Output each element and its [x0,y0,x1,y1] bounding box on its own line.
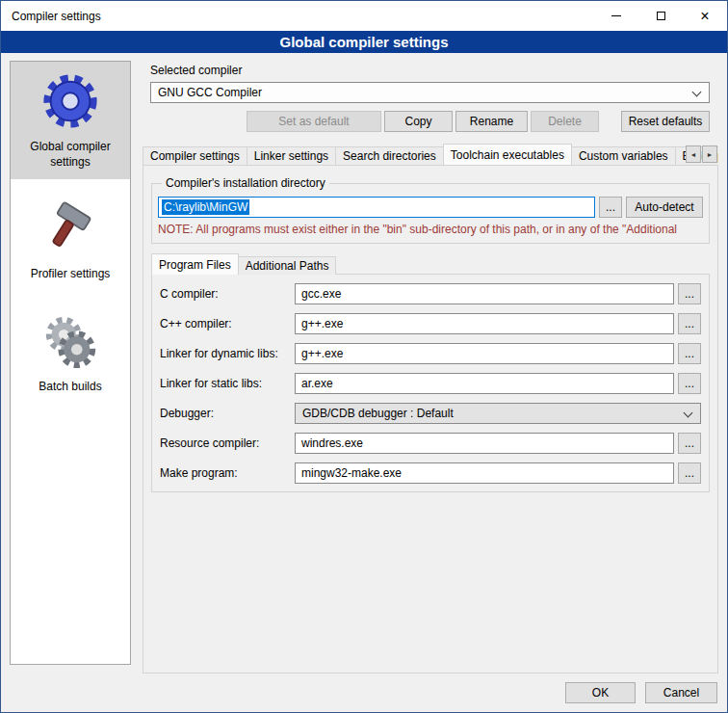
program-files-panel: C compiler: gcc.exe ... C++ compiler: g+… [151,274,710,492]
tab-custom-variables[interactable]: Custom variables [571,146,676,165]
sidebar-item-label: Global compiler settings [13,140,127,170]
make-program-browse-button[interactable]: ... [678,462,701,484]
sidebar-item-profiler-settings[interactable]: Profiler settings [11,189,130,292]
cpp-compiler-input[interactable]: g++.exe [295,313,674,334]
subtab-additional-paths[interactable]: Additional Paths [238,256,337,275]
rename-button[interactable]: Rename [455,111,528,132]
sidebar-item-label: Batch builds [39,380,101,395]
selected-compiler-value: GNU GCC Compiler [158,86,262,99]
field-label: C compiler: [160,287,295,301]
form-row-cpp-compiler: C++ compiler: g++.exe ... [160,313,701,334]
minimize-button[interactable] [594,1,638,31]
reset-defaults-button[interactable]: Reset defaults [621,111,710,132]
minimize-icon [611,15,621,16]
field-label: Linker for dynamic libs: [160,347,295,360]
settings-tab-strip: Compiler settings Linker settings Search… [143,144,718,165]
maximize-icon [657,12,665,20]
sidebar-item-batch-builds[interactable]: Batch builds [11,302,130,405]
close-button[interactable]: × [683,1,727,31]
linker-static-input[interactable]: ar.exe [295,373,674,394]
dialog-content: Global compiler settings Profiler settin… [1,53,727,712]
toolchain-executables-page: Compiler's installation directory C:\ray… [143,165,718,673]
c-compiler-browse-button[interactable]: ... [678,283,701,304]
field-label: Linker for static libs: [160,377,295,390]
sidebar-item-global-compiler-settings[interactable]: Global compiler settings [11,62,130,179]
make-program-input[interactable]: mingw32-make.exe [295,462,674,484]
installation-directory-browse-button[interactable]: ... [599,197,622,218]
installation-directory-selected-text: C:\raylib\MinGW [162,199,249,215]
blue-gear-icon [40,71,100,131]
settings-category-list: Global compiler settings Profiler settin… [10,61,131,665]
installation-directory-group-title: Compiler's installation directory [162,176,329,190]
subtab-program-files[interactable]: Program Files [151,253,239,275]
installation-directory-row: C:\raylib\MinGW ... Auto-detect [158,197,703,218]
title-bar: Compiler settings × [1,1,727,31]
set-as-default-button[interactable]: Set as default [247,111,381,132]
cancel-button[interactable]: Cancel [645,682,717,703]
c-compiler-input[interactable]: gcc.exe [295,283,674,304]
cpp-compiler-browse-button[interactable]: ... [678,313,701,334]
installation-directory-group: Compiler's installation directory C:\ray… [151,176,710,244]
dialog-header: Global compiler settings [1,31,727,53]
installation-directory-input[interactable]: C:\raylib\MinGW [158,197,595,218]
copy-button[interactable]: Copy [384,111,453,132]
sidebar-item-label: Profiler settings [31,267,111,282]
tab-search-directories[interactable]: Search directories [335,146,444,165]
field-label: Make program: [160,466,295,480]
tab-compiler-settings[interactable]: Compiler settings [143,146,247,165]
tab-scroll-left-icon[interactable]: ◄ [686,145,701,163]
debugger-selected-value: GDB/CDB debugger : Default [302,407,454,420]
dialog-header-title: Global compiler settings [279,34,448,50]
close-icon: × [700,9,709,24]
tab-linker-settings[interactable]: Linker settings [247,146,336,165]
field-label: Debugger: [160,407,295,420]
main-panel: Selected compiler GNU GCC Compiler Set a… [143,61,718,712]
installation-directory-note: NOTE: All programs must exist either in … [158,223,703,236]
form-row-linker-dynamic: Linker for dynamic libs: g++.exe ... [160,343,701,364]
ok-button[interactable]: OK [565,682,636,703]
tab-toolchain-executables[interactable]: Toolchain executables [443,144,572,165]
form-row-c-compiler: C compiler: gcc.exe ... [160,283,701,304]
form-row-debugger: Debugger: GDB/CDB debugger : Default [160,403,701,424]
hammer-icon [42,198,98,258]
linker-dynamic-browse-button[interactable]: ... [678,343,701,364]
linker-dynamic-input[interactable]: g++.exe [295,343,674,364]
resource-compiler-input[interactable]: windres.exe [295,433,674,454]
tab-scroll-buttons: ◄ ► [685,145,717,163]
compiler-settings-dialog: Compiler settings × Global compiler sett… [0,0,728,713]
linker-static-browse-button[interactable]: ... [678,373,701,394]
gray-gears-icon [40,311,100,371]
resource-compiler-browse-button[interactable]: ... [678,433,701,454]
selected-compiler-dropdown[interactable]: GNU GCC Compiler [150,82,710,103]
form-row-make-program: Make program: mingw32-make.exe ... [160,462,701,484]
window-title: Compiler settings [1,10,101,23]
field-label: C++ compiler: [160,317,295,330]
maximize-button[interactable] [638,1,683,31]
form-row-linker-static: Linker for static libs: ar.exe ... [160,373,701,394]
auto-detect-button[interactable]: Auto-detect [626,197,703,218]
field-label: Resource compiler: [160,436,295,450]
chevron-down-icon [692,88,702,97]
debugger-dropdown[interactable]: GDB/CDB debugger : Default [295,403,701,424]
tab-scroll-right-icon[interactable]: ► [702,145,717,163]
form-row-resource-compiler: Resource compiler: windres.exe ... [160,433,701,454]
dialog-footer: OK Cancel [565,682,717,703]
delete-button[interactable]: Delete [531,111,599,132]
caption-buttons: × [594,1,727,31]
compiler-actions: Set as default Copy Rename Delete Reset … [150,111,710,132]
selected-compiler-label: Selected compiler [150,64,718,77]
chevron-down-icon [684,409,693,418]
program-files-tab-strip: Program Files Additional Paths [151,253,710,275]
